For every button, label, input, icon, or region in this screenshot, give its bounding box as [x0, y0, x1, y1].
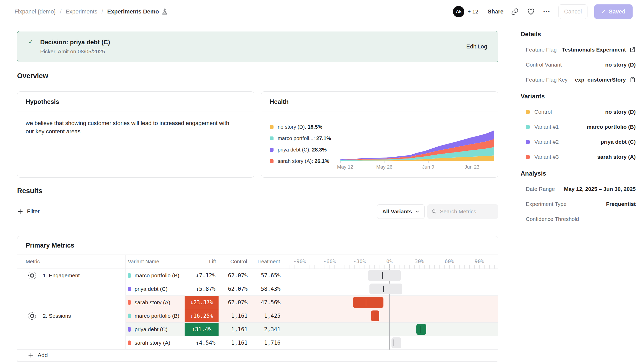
- experiment-page: Fixpanel {demo} / Experiments / Experime…: [0, 0, 644, 362]
- lift-point-marker: [383, 286, 384, 292]
- ruler-tick: [340, 265, 340, 269]
- cancel-button[interactable]: Cancel: [558, 4, 587, 19]
- metric-name: 1. Engagement: [43, 272, 80, 279]
- confidence-interval-bar[interactable]: [371, 310, 380, 321]
- analysis-heading: Analysis: [521, 170, 636, 177]
- confidence-interval-bar[interactable]: [369, 284, 402, 294]
- lift-point-marker: [382, 272, 383, 279]
- table-row[interactable]: 1. Engagement marco portfolio (B) ↓7.12%…: [17, 269, 498, 282]
- search-input[interactable]: [440, 208, 494, 215]
- avatar[interactable]: Ak: [453, 6, 464, 17]
- treatment-value: 1,716: [250, 336, 283, 350]
- ruler-tick: [484, 265, 485, 269]
- edit-log-button[interactable]: Edit Log: [466, 43, 487, 50]
- treatment-value: 57.65%: [250, 269, 283, 282]
- feature-flag-value[interactable]: Testimonials Experiment: [562, 47, 626, 53]
- ruler-tick: [325, 265, 325, 269]
- table-header: Metric Variant Name Lift Control Treatme…: [17, 255, 498, 269]
- ruler-tick: [334, 265, 335, 269]
- add-metric-button[interactable]: Add: [17, 350, 498, 361]
- breadcrumb-section[interactable]: Experiments: [66, 8, 97, 15]
- hypothesis-body[interactable]: we believe that showing customer stories…: [17, 112, 246, 143]
- variant-row: Variant #3 sarah story (A): [521, 154, 636, 160]
- metric-search[interactable]: [427, 204, 498, 219]
- main-content: ✓ Decision: priya debt (C) Picker, Amit …: [0, 23, 515, 362]
- variant-filter-dropdown[interactable]: All Variants: [377, 204, 425, 219]
- ruler-tick: [424, 265, 425, 269]
- breadcrumb-root[interactable]: Fixpanel {demo}: [15, 8, 56, 15]
- ruler-tick: [429, 265, 430, 269]
- more-actions-button[interactable]: •••: [542, 7, 552, 16]
- saved-button[interactable]: ✓ Saved: [594, 4, 633, 19]
- table-row[interactable]: priya debt (C) ↓5.87% 62.07% 58.43%: [17, 282, 498, 296]
- analysis-row: Experiment Type Frequentist: [521, 201, 636, 207]
- table-row[interactable]: sarah story (A) ↓23.37% 62.07% 47.56%: [17, 296, 498, 309]
- health-legend: no story (D): 18.5% marco portfoli...: 2…: [270, 114, 340, 174]
- ruler-tick: [400, 265, 400, 269]
- control-value: 62.07%: [219, 269, 250, 282]
- variant-swatch: [270, 159, 274, 163]
- ruler-tick: [489, 265, 490, 269]
- lift-point-marker: [394, 339, 394, 346]
- lift-point-marker: [421, 326, 421, 333]
- confidence-interval-bar[interactable]: [416, 324, 426, 335]
- ruler-tick: [369, 265, 370, 269]
- hypothesis-title: Hypothesis: [17, 92, 254, 112]
- confidence-interval-bar[interactable]: [353, 297, 383, 308]
- primary-metrics-card: Primary Metrics Metric Variant Name Lift…: [17, 236, 498, 362]
- plus-icon: [28, 352, 34, 358]
- control-value: 1,161: [219, 336, 250, 350]
- ruler-tick: [459, 265, 460, 269]
- share-button[interactable]: Share: [488, 8, 503, 15]
- lift-point-marker: [373, 313, 373, 319]
- add-filter-button[interactable]: Filter: [17, 208, 40, 215]
- control-value: 1,161: [219, 323, 250, 336]
- confidence-interval-bar[interactable]: [391, 337, 402, 348]
- primary-metrics-title: Primary Metrics: [17, 236, 498, 255]
- treatment-value: 2,341: [250, 323, 283, 336]
- treatment-value: 47.56%: [250, 296, 283, 309]
- breadcrumb-page-title[interactable]: Experiments Demo: [107, 8, 168, 15]
- horizontal-scrollbar[interactable]: [18, 361, 497, 362]
- check-icon: ✓: [28, 38, 33, 45]
- date-range-value: May 12, 2025 – Jun 30, 2025: [564, 186, 636, 192]
- ruler-tick: [394, 265, 395, 269]
- analysis-row: Confidence Threshold: [521, 216, 636, 222]
- variant-swatch: [270, 148, 274, 152]
- control-variant-value: no story (D): [605, 62, 636, 68]
- ruler-tick: [285, 265, 285, 269]
- variant-swatch: [526, 140, 530, 144]
- ruler-tick: [310, 265, 310, 269]
- chevron-down-icon: [415, 209, 420, 214]
- axis-label: -30%: [353, 258, 366, 264]
- table-row[interactable]: priya debt (C) ↑31.4% 1,161 2,341: [17, 323, 498, 336]
- avatar-overflow-count[interactable]: + 12: [467, 9, 478, 15]
- metrics-table: Metric Variant Name Lift Control Treatme…: [17, 255, 498, 350]
- axis-label: 60%: [445, 258, 454, 264]
- favorite-button[interactable]: [526, 7, 536, 16]
- treatment-value: 1,425: [250, 309, 283, 323]
- variants-section: Variants Control no story (D) Variant #1…: [521, 93, 636, 160]
- ruler-tick: [419, 265, 420, 269]
- control-value: 1,161: [219, 309, 250, 323]
- ruler-tick: [434, 265, 435, 269]
- x-tick: [340, 161, 341, 163]
- table-row[interactable]: sarah story (A) ↑4.54% 1,161 1,716: [17, 336, 498, 350]
- confidence-interval-bar[interactable]: [368, 270, 401, 281]
- external-link-icon[interactable]: [629, 47, 636, 53]
- clipboard-icon[interactable]: [629, 77, 636, 83]
- copy-link-button[interactable]: [510, 7, 520, 16]
- variant-row: Variant #2 priya debt (C): [521, 139, 636, 145]
- table-row[interactable]: 2. Sessions marco portfolio (B) ↓16.25% …: [17, 309, 498, 323]
- health-stacked-area-chart[interactable]: May 12 May 26 Jun 9 Jun 23: [340, 114, 490, 174]
- ruler-tick: [330, 265, 330, 269]
- ruler-tick: [409, 265, 410, 269]
- ruler-tick: [454, 265, 455, 269]
- lift-value: ↑4.54%: [196, 340, 215, 346]
- legend-item: priya debt (C): 28.3%: [270, 147, 340, 153]
- variants-heading: Variants: [521, 93, 636, 100]
- variant-swatch: [526, 155, 530, 159]
- details-section: Details Feature Flag Testimonials Experi…: [521, 31, 636, 83]
- variant-row: Variant #1 marco portfolio (B): [521, 124, 636, 130]
- axis-label: -90%: [293, 258, 306, 264]
